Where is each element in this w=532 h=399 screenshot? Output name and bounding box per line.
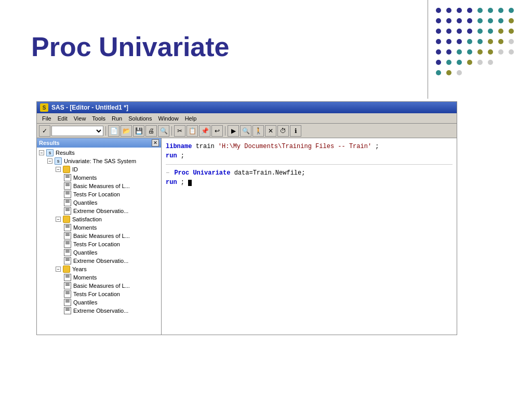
menu-file[interactable]: File [39, 115, 55, 122]
toolbar-checkmark[interactable]: ✓ [39, 125, 50, 137]
code-editor[interactable]: libname train 'H:\My Documents\Training … [162, 138, 457, 335]
minus-icon: − [166, 169, 169, 177]
list-item[interactable]: Moments [62, 174, 161, 182]
toolbar-run[interactable]: ▶ [228, 125, 239, 137]
id-quantiles-label: Quantiles [73, 200, 97, 206]
id-section: − ID Moments Basic Measures of L.. [45, 165, 161, 215]
sas-logo-icon: S [40, 103, 48, 112]
doc-icon-extreme-id [64, 207, 71, 215]
menu-run[interactable]: Run [109, 115, 125, 122]
toolbar-clock[interactable]: ⏱ [277, 125, 289, 137]
list-item[interactable]: Basic Measures of L... [62, 282, 161, 290]
main-content: Results ✕ − S Results − S Univariate: Th… [37, 138, 457, 335]
toolbar-new[interactable]: 📄 [108, 125, 119, 137]
doc-icon-tests-sat [64, 241, 71, 248]
menu-help[interactable]: Help [182, 115, 200, 122]
tree-expand-root[interactable]: − [39, 150, 44, 155]
sat-basic-label: Basic Measures of L... [73, 233, 130, 239]
code-data-param: data=Train.Newfile; [234, 169, 305, 177]
tree-expand-satisfaction[interactable]: − [56, 217, 61, 222]
list-item[interactable]: Quantiles [62, 198, 161, 207]
doc-icon-quant-sat [64, 249, 71, 256]
toolbar: ✓ 📄 📂 💾 🖨 🔍 ✂ 📋 📌 ↩ ▶ 🔍 🚶 ✕ ⏱ ℹ [37, 124, 457, 138]
toolbar-save[interactable]: 💾 [133, 125, 144, 137]
toolbar-zoom[interactable]: 🔍 [240, 125, 251, 137]
tree-years[interactable]: − Years [54, 265, 161, 273]
tree-expand-id[interactable]: − [56, 167, 61, 172]
toolbar-undo[interactable]: ↩ [211, 125, 223, 137]
list-item[interactable]: Moments [62, 273, 161, 282]
code-semi1: ; [375, 143, 379, 150]
toolbar-man[interactable]: 🚶 [252, 125, 264, 137]
toolbar-print[interactable]: 🖨 [145, 125, 157, 137]
id-basic-label: Basic Measures of L... [73, 183, 130, 189]
tree-satisfaction[interactable]: − Satisfaction [54, 215, 161, 223]
text-cursor [188, 180, 192, 186]
sas-window: S SAS - [Editor - Untitled1 *] File Edit… [36, 101, 457, 335]
toolbar-copy[interactable]: 📋 [187, 125, 198, 137]
code-semi4: ; [181, 179, 184, 186]
satisfaction-section: − Satisfaction Moments Basic Measu [45, 215, 161, 265]
univariate-section: − S Univariate: The SAS System − ID [37, 157, 161, 315]
list-item[interactable]: Tests For Location [62, 290, 161, 298]
list-item[interactable]: Extreme Observatio... [62, 207, 161, 215]
toolbar-open[interactable]: 📂 [121, 125, 132, 137]
list-item[interactable]: Basic Measures of L... [62, 232, 161, 240]
code-line-2: run ; [166, 152, 453, 160]
list-item[interactable]: Extreme Observatio... [62, 307, 161, 315]
doc-icon-moments-sat [64, 224, 71, 231]
list-item[interactable]: Tests For Location [62, 190, 161, 198]
list-item[interactable]: Quantiles [62, 248, 161, 257]
kw-run2: run [166, 179, 177, 186]
results-close-button[interactable]: ✕ [152, 139, 159, 147]
doc-icon-extreme-sat [64, 257, 71, 264]
code-train: train [196, 143, 218, 150]
tree-expand-univariate[interactable]: − [47, 158, 52, 164]
sat-moments-label: Moments [73, 224, 97, 231]
code-semi2: ; [181, 152, 184, 159]
kw-univariate: Univariate [193, 169, 230, 177]
toolbar-preview[interactable]: 🔍 [158, 125, 169, 137]
tree-id[interactable]: − ID [54, 165, 161, 174]
toolbar-dropdown[interactable] [51, 126, 103, 136]
doc-icon-quant-yr [64, 299, 71, 306]
results-panel: Results ✕ − S Results − S Univariate: Th… [37, 138, 162, 335]
menu-edit[interactable]: Edit [55, 115, 71, 122]
doc-icon-moments-id [64, 174, 71, 181]
toolbar-paste[interactable]: 📌 [199, 125, 210, 137]
kw-libname: libname [166, 143, 192, 150]
tree-root-label: Results [56, 150, 75, 156]
results-panel-title: Results [39, 140, 60, 146]
tree-univariate[interactable]: − S Univariate: The SAS System [45, 157, 161, 165]
id-tests-label: Tests For Location [73, 191, 120, 197]
toolbar-stop[interactable]: ✕ [265, 125, 276, 137]
results-tree[interactable]: − S Results − S Univariate: The SAS Syst… [37, 148, 161, 335]
list-item[interactable]: Tests For Location [62, 240, 161, 248]
id-items: Moments Basic Measures of L... Tests For… [54, 174, 161, 215]
menu-bar: File Edit View Tools Run Solutions Windo… [37, 113, 457, 124]
menu-solutions[interactable]: Solutions [125, 115, 155, 122]
tree-univariate-label: Univariate: The SAS System [64, 158, 136, 164]
list-item[interactable]: Extreme Observatio... [62, 257, 161, 265]
sat-extreme-label: Extreme Observatio... [73, 258, 128, 264]
menu-window[interactable]: Window [155, 115, 182, 122]
sep1 [105, 126, 106, 136]
code-line-4: run ; [166, 178, 453, 187]
doc-icon-tests-id [64, 191, 71, 198]
list-item[interactable]: Moments [62, 223, 161, 232]
id-extreme-label: Extreme Observatio... [73, 208, 128, 214]
toolbar-info[interactable]: ℹ [290, 125, 301, 137]
tree-expand-years[interactable]: − [56, 267, 61, 272]
menu-view[interactable]: View [71, 115, 89, 122]
tree-root[interactable]: − S Results [37, 149, 161, 157]
sat-quantiles-label: Quantiles [73, 249, 97, 256]
satisfaction-items: Moments Basic Measures of L... Tests For… [54, 223, 161, 265]
list-item[interactable]: Quantiles [62, 298, 161, 307]
tree-id-label: ID [72, 166, 78, 172]
menu-tools[interactable]: Tools [89, 115, 109, 122]
toolbar-cut[interactable]: ✂ [174, 125, 185, 137]
yr-tests-label: Tests For Location [73, 291, 120, 297]
doc-icon-quant-id [64, 199, 71, 206]
code-line-1: libname train 'H:\My Documents\Training … [166, 142, 453, 151]
list-item[interactable]: Basic Measures of L... [62, 182, 161, 190]
